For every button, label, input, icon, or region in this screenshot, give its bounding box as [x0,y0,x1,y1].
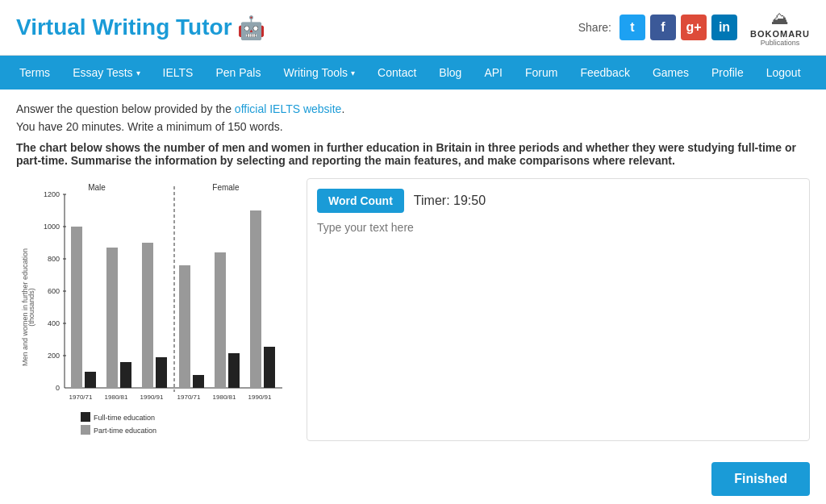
svg-text:1000: 1000 [44,223,60,231]
nav-blog[interactable]: Blog [428,56,473,90]
legend-fulltime-label: Full-time education [94,414,155,422]
question-text: The chart below shows the number of men … [16,141,810,167]
chevron-down-icon: ▾ [136,69,140,77]
female-label: Female [212,183,240,192]
bar-female-1970-parttime [179,265,190,388]
logo-blue: Writing Tutor [92,15,232,40]
bar-male-1980-fulltime [120,362,131,388]
bar-female-1980-parttime [215,252,226,388]
legend-fulltime-swatch [81,412,90,422]
share-label: Share: [578,21,611,34]
nav-terms[interactable]: Terms [8,56,61,90]
nav-logout[interactable]: Logout [755,56,812,90]
svg-text:0: 0 [56,384,60,392]
header: Virtual Writing Tutor 🤖 Share: t f g+ in… [0,0,826,56]
bokomaru-subtitle: Publications [761,39,800,47]
finished-button[interactable]: Finished [711,462,810,496]
svg-text:(thousands): (thousands) [27,288,35,327]
footer: Finished [0,454,826,504]
main-area: Men and women in further education (thou… [16,178,810,441]
svg-text:600: 600 [48,287,60,295]
bar-male-1990-fulltime [156,357,167,388]
instructions: Answer the question below provided by th… [16,102,810,167]
svg-text:800: 800 [48,255,60,263]
page-content: Answer the question below provided by th… [0,90,826,454]
timer-display: Timer: 19:50 [414,194,486,208]
writing-textarea[interactable] [317,221,799,431]
nav-contact[interactable]: Contact [366,56,428,90]
instruction-line1: Answer the question below provided by th… [16,102,810,115]
svg-text:1980/81: 1980/81 [213,394,236,401]
bar-female-1970-fulltime [193,375,204,388]
nav-games[interactable]: Games [641,56,700,90]
svg-text:1990/91: 1990/91 [140,394,164,401]
ielts-link[interactable]: official IELTS website [235,102,342,115]
bar-male-1980-parttime [106,248,118,388]
svg-text:1980/81: 1980/81 [105,394,128,401]
svg-text:200: 200 [48,352,60,360]
nav-feedback[interactable]: Feedback [569,56,640,90]
share-area: Share: t f g+ in ⛰ BOKOMARU Publications [578,8,810,47]
bar-male-1970-fulltime [85,372,96,388]
male-label: Male [88,183,106,192]
nav-profile[interactable]: Profile [700,56,755,90]
twitter-share-button[interactable]: t [620,15,645,40]
bar-female-1980-fulltime [228,353,240,388]
svg-text:400: 400 [48,319,60,327]
chevron-down-icon: ▾ [351,69,355,77]
robot-icon: 🤖 [237,15,265,41]
instruction-line2: You have 20 minutes. Write a minimum of … [16,120,810,133]
writing-panel: Word Count Timer: 19:50 [307,178,810,441]
svg-text:1970/71: 1970/71 [69,394,93,401]
facebook-share-button[interactable]: f [650,15,676,40]
svg-text:1990/91: 1990/91 [248,394,272,401]
legend-parttime-swatch [81,425,90,435]
nav-api[interactable]: API [473,56,514,90]
bar-male-1970-parttime [71,227,82,388]
writing-toolbar: Word Count Timer: 19:50 [317,189,799,213]
nav-forum[interactable]: Forum [514,56,569,90]
logo-area: Virtual Writing Tutor 🤖 [16,15,265,41]
logo-text: Virtual Writing Tutor [16,15,232,40]
bokomaru-logo: ⛰ BOKOMARU Publications [750,8,810,47]
main-nav: Terms Essay Tests▾ IELTS Pen Pals Writin… [0,56,826,90]
bar-female-1990-fulltime [264,347,275,388]
nav-essay-tests[interactable]: Essay Tests▾ [61,56,151,90]
nav-ielts[interactable]: IELTS [152,56,205,90]
nav-writing-tools[interactable]: Writing Tools▾ [272,56,366,90]
nav-pen-pals[interactable]: Pen Pals [204,56,272,90]
chart-container: Men and women in further education (thou… [16,178,290,441]
legend-parttime-label: Part-time education [94,427,156,435]
word-count-button[interactable]: Word Count [317,189,404,213]
logo-black: Virtual [16,15,92,40]
bar-chart: Men and women in further education (thou… [16,178,290,436]
linkedin-share-button[interactable]: in [711,15,737,40]
svg-text:1970/71: 1970/71 [177,394,201,401]
bokomaru-name: BOKOMARU [750,29,810,39]
svg-text:1200: 1200 [44,190,60,198]
google-share-button[interactable]: g+ [681,15,707,40]
mountain-icon: ⛰ [771,8,789,29]
bar-female-1990-parttime [250,210,261,388]
bar-male-1990-parttime [142,243,153,388]
